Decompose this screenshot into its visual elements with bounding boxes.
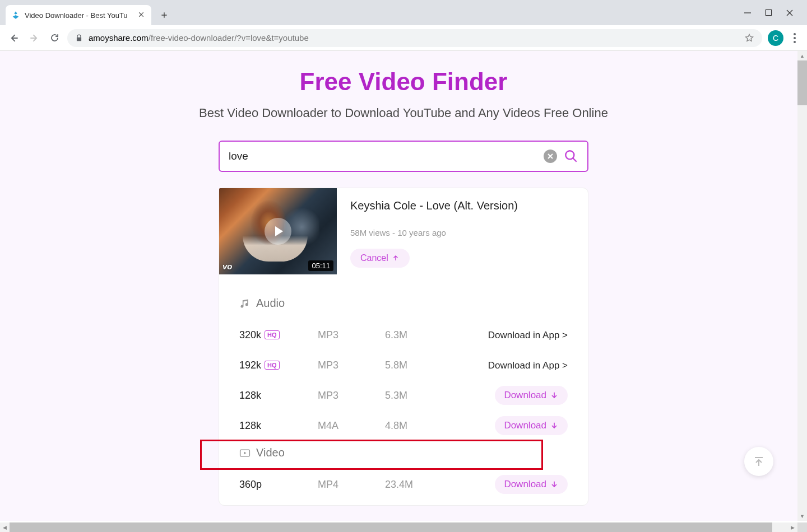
hq-badge: HQ xyxy=(265,361,280,370)
music-note-icon xyxy=(239,298,251,309)
close-tab-icon[interactable] xyxy=(138,11,146,19)
audio-format-row: 320kHQMP36.3MDownload in App > xyxy=(239,320,568,350)
quality-label: 128k xyxy=(239,390,318,402)
video-meta: 58M views - 10 years ago xyxy=(350,228,574,237)
browser-tab-bar: Video Downloader - Best YouTu xyxy=(0,0,807,25)
page-subtitle: Best Video Downloader to Download YouTub… xyxy=(0,106,807,120)
size-label: 23.4M xyxy=(385,479,458,491)
scroll-left-icon[interactable]: ◀ xyxy=(0,522,10,532)
scroll-up-icon[interactable]: ▲ xyxy=(797,51,807,60)
tab-title: Video Downloader - Best YouTu xyxy=(25,11,133,20)
size-label: 5.3M xyxy=(385,390,458,402)
size-label: 6.3M xyxy=(385,329,458,341)
bookmark-star-icon[interactable] xyxy=(744,33,754,43)
video-title: Keyshia Cole - Love (Alt. Version) xyxy=(350,199,574,212)
video-duration: 05:11 xyxy=(308,260,333,271)
browser-tab[interactable]: Video Downloader - Best YouTu xyxy=(6,5,151,25)
arrow-down-icon xyxy=(550,421,559,430)
hq-badge: HQ xyxy=(265,330,280,339)
forward-button[interactable] xyxy=(27,31,41,45)
quality-label: 192kHQ xyxy=(239,360,318,371)
play-icon[interactable] xyxy=(265,218,291,245)
vertical-scrollbar[interactable]: ▲ ▼ xyxy=(797,51,807,521)
window-controls xyxy=(730,0,807,25)
download-in-app-link[interactable]: Download in App > xyxy=(488,360,568,371)
arrow-up-icon xyxy=(392,254,400,262)
audio-format-row: 128kM4A4.8MDownload xyxy=(239,410,568,441)
page-viewport: Free Video Finder Best Video Downloader … xyxy=(0,51,807,521)
site-favicon xyxy=(11,11,20,20)
download-button[interactable]: Download xyxy=(495,416,568,435)
svg-point-1 xyxy=(565,151,574,159)
video-thumbnail[interactable]: vo 05:11 xyxy=(219,188,337,274)
format-label: MP3 xyxy=(318,390,385,402)
browser-menu-icon[interactable] xyxy=(789,33,800,43)
size-label: 5.8M xyxy=(385,360,458,371)
scroll-corner xyxy=(797,522,807,532)
clear-search-icon[interactable] xyxy=(544,150,557,163)
page-title: Free Video Finder xyxy=(0,68,807,96)
scroll-right-icon[interactable]: ▶ xyxy=(788,522,797,532)
maximize-icon[interactable] xyxy=(765,9,772,16)
search-icon[interactable] xyxy=(564,149,578,164)
back-button[interactable] xyxy=(7,31,21,45)
quality-label: 128k xyxy=(239,420,318,432)
download-in-app-link[interactable]: Download in App > xyxy=(488,330,568,340)
size-label: 4.8M xyxy=(385,420,458,432)
profile-avatar[interactable]: C xyxy=(768,30,783,46)
video-section-header: Video xyxy=(239,446,568,459)
new-tab-button[interactable] xyxy=(156,7,173,24)
arrow-down-icon xyxy=(550,480,559,489)
scrollbar-thumb[interactable] xyxy=(797,60,807,105)
quality-label: 360p xyxy=(239,479,318,491)
video-format-row: 360pMP423.4MDownload xyxy=(239,469,568,500)
format-label: MP3 xyxy=(318,360,385,371)
url-text: amoyshare.com/free-video-downloader/?v=l… xyxy=(89,33,739,43)
cancel-button[interactable]: Cancel xyxy=(350,249,410,268)
scroll-down-icon[interactable]: ▼ xyxy=(797,511,807,521)
address-bar[interactable]: amoyshare.com/free-video-downloader/?v=l… xyxy=(67,29,762,47)
arrow-down-icon xyxy=(550,391,559,400)
lock-icon xyxy=(75,34,83,42)
audio-format-row: 192kHQMP35.8MDownload in App > xyxy=(239,350,568,380)
svg-rect-0 xyxy=(766,10,771,15)
close-window-icon[interactable] xyxy=(786,9,794,17)
scrollbar-thumb[interactable] xyxy=(10,522,772,532)
format-label: MP4 xyxy=(318,479,385,491)
quality-label: 320kHQ xyxy=(239,329,318,341)
back-to-top-button[interactable] xyxy=(744,447,773,476)
thumbnail-logo: vo xyxy=(222,262,233,271)
audio-section-header: Audio xyxy=(239,297,568,310)
reload-button[interactable] xyxy=(47,31,62,45)
search-box xyxy=(219,141,588,172)
result-card: vo 05:11 Keyshia Cole - Love (Alt. Versi… xyxy=(219,188,588,506)
audio-format-row: 128kMP35.3MDownload xyxy=(239,380,568,410)
video-icon xyxy=(239,447,251,459)
horizontal-scrollbar[interactable]: ◀ ▶ xyxy=(0,522,797,532)
format-label: M4A xyxy=(318,420,385,432)
download-button[interactable]: Download xyxy=(495,475,568,494)
download-button[interactable]: Download xyxy=(495,386,568,405)
minimize-icon[interactable] xyxy=(744,9,752,17)
browser-toolbar: amoyshare.com/free-video-downloader/?v=l… xyxy=(0,25,807,51)
search-input[interactable] xyxy=(229,150,537,162)
format-label: MP3 xyxy=(318,329,385,341)
